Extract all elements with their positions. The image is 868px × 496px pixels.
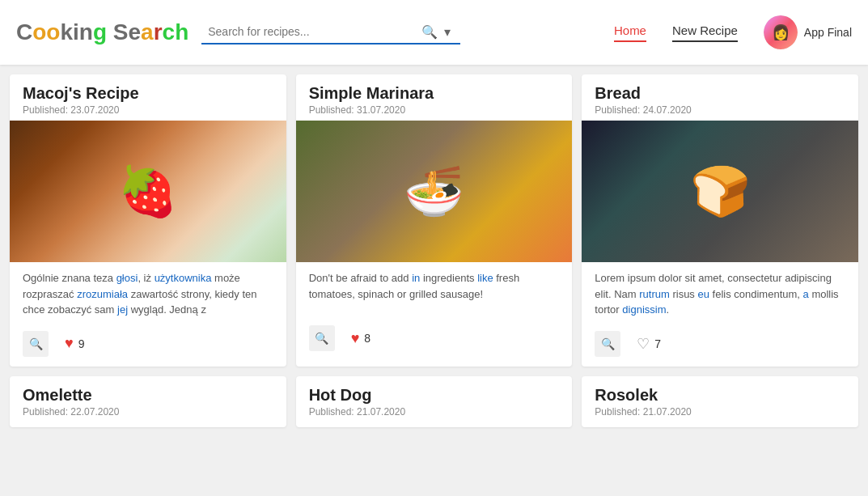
magnifier-icon-1: 🔍 [29,337,43,350]
recipe-date-4: Published: 22.07.2020 [23,406,273,418]
heart-icon-2[interactable]: ♥ [351,330,360,347]
card-header-3: Bread Published: 24.07.2020 [582,74,858,121]
like-count-2: 8 [364,332,370,345]
recipe-description-3: Lorem ipsum dolor sit amet, consectetur … [582,262,858,324]
avatar-image: 👩 [764,15,798,49]
logo-letter: S [113,19,129,45]
recipe-grid: Macoj's Recipe Published: 23.07.2020 🍓 O… [0,65,868,437]
logo-letter: o [46,19,60,45]
recipe-card-4: Omelette Published: 22.07.2020 [10,376,286,427]
search-icon: 🔍 [421,25,438,39]
like-area-1: ♥ 9 [65,335,84,352]
desc-text-3c: felis condimentum, [709,288,803,300]
desc-text-1a: Ogólnie znana teza [23,272,116,284]
logo-letter: i [73,19,79,45]
recipe-description-1: Ogólnie znana teza głosi, iż użytkownika… [10,262,286,324]
card-footer-1: 🔍 ♥ 9 [10,324,286,367]
logo-letter: g [93,19,107,45]
logo-letter: k [60,19,73,45]
chevron-down-icon: ▾ [444,25,451,39]
logo-letter: a [141,19,154,45]
desc-highlight-1a: głosi [116,272,138,284]
logo-letter: ch [163,19,189,45]
avatar: 👩 [764,15,798,49]
magnifier-icon-2: 🔍 [315,332,328,345]
search-dropdown-button[interactable]: ▾ [441,24,454,40]
recipe-image-3: 🍞 [582,121,858,262]
heart-icon-1[interactable]: ♥ [65,335,74,352]
recipe-card-5: Hot Dog Published: 21.07.2020 [296,376,573,427]
card-footer-3: 🔍 ♡ 7 [582,324,858,367]
recipe-card-3: Bread Published: 24.07.2020 🍞 Lorem ipsu… [582,74,858,367]
search-input[interactable] [208,25,418,38]
recipe-card-2: Simple Marinara Published: 31.07.2020 🍜 … [296,74,573,367]
logo: Cooking Search [16,19,188,45]
desc-highlight-1c: zrozumiała [77,288,128,300]
recipe-date-1: Published: 23.07.2020 [23,104,273,116]
search-recipe-button-3[interactable]: 🔍 [595,331,620,357]
user-menu[interactable]: 👩 App Final [764,15,852,49]
logo-letter: n [79,19,93,45]
recipe-title-6: Rosolek [595,386,845,405]
recipe-title-5: Hot Dog [309,386,560,405]
recipe-date-5: Published: 21.07.2020 [309,406,560,418]
magnifier-icon-3: 🔍 [601,337,615,350]
user-name-label: App Final [804,26,852,39]
logo-letter: r [154,19,163,45]
desc-highlight-2a: in [412,272,420,284]
desc-highlight-1b: użytkownika [155,272,212,284]
like-count-1: 9 [78,337,85,350]
card-header-1: Macoj's Recipe Published: 23.07.2020 [10,74,286,121]
recipe-title-3: Bread [595,84,845,103]
logo-letter: e [129,19,142,45]
desc-text-2b: ingredients [420,272,477,284]
nav: Home New Recipe 👩 App Final [614,15,852,49]
search-bar: 🔍 ▾ [201,21,460,45]
recipe-image-icon-2: 🍜 [404,163,464,220]
recipe-image-icon-3: 🍞 [690,163,751,220]
search-button[interactable]: 🔍 [418,24,441,40]
recipe-date-3: Published: 24.07.2020 [595,104,845,116]
desc-text-3e: . [666,303,669,316]
desc-highlight-2b: like [477,272,493,284]
card-header-2: Simple Marinara Published: 31.07.2020 [296,74,573,121]
desc-text-1b: , iż [138,272,154,284]
recipe-description-2: Don't be afraid to add in ingredients li… [296,262,573,319]
heart-icon-3[interactable]: ♡ [637,335,650,353]
logo-letter: o [32,19,46,45]
search-recipe-button-2[interactable]: 🔍 [309,325,335,351]
card-footer-2: 🔍 ♥ 8 [296,319,573,361]
nav-home-link[interactable]: Home [614,23,646,42]
recipe-card-1: Macoj's Recipe Published: 23.07.2020 🍓 O… [10,74,286,367]
search-recipe-button-1[interactable]: 🔍 [23,331,49,357]
recipe-image-1: 🍓 [10,121,286,262]
like-area-2: ♥ 8 [351,330,370,347]
like-count-3: 7 [654,337,661,350]
recipe-title-1: Macoj's Recipe [23,84,273,103]
header: Cooking Search 🔍 ▾ Home New Recipe 👩 App… [0,0,868,65]
recipe-date-2: Published: 31.07.2020 [309,104,560,116]
desc-highlight-3b: eu [697,288,709,300]
desc-highlight-3a: rutrum [639,288,670,300]
desc-text-1e: wygląd. Jedną z [128,303,206,316]
desc-highlight-1d: jej [117,303,128,316]
nav-new-recipe-link[interactable]: New Recipe [672,23,738,42]
like-area-3: ♡ 7 [637,335,661,353]
logo-letter: C [16,19,32,45]
recipe-card-6: Rosolek Published: 21.07.2020 [582,376,858,427]
recipe-title-4: Omelette [23,386,273,405]
desc-text-3b: risus [670,288,698,300]
desc-highlight-3d: dignissim [622,303,666,316]
desc-highlight-3c: a [803,288,809,300]
desc-text-2a: Don't be afraid to add [309,272,413,284]
recipe-image-icon-1: 🍓 [117,163,178,220]
recipe-image-2: 🍜 [296,121,573,262]
recipe-title-2: Simple Marinara [309,84,560,103]
recipe-date-6: Published: 21.07.2020 [595,406,845,418]
